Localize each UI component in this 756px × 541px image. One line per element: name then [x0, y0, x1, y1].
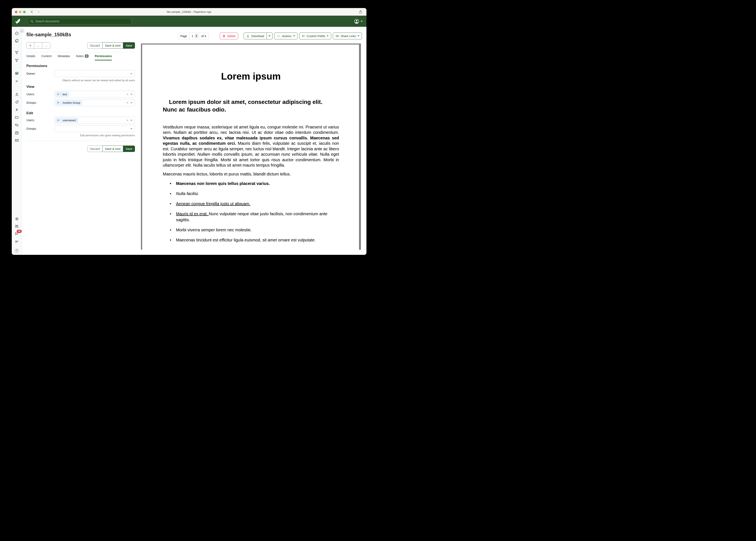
link-icon — [335, 35, 339, 38]
page-title: file-sample_150kBs — [26, 32, 135, 38]
sidebar-item-documents[interactable] — [14, 38, 19, 43]
download-button[interactable]: Download — [244, 33, 267, 39]
delete-button[interactable]: Delete — [220, 33, 238, 39]
minimize-window-button[interactable] — [19, 11, 21, 13]
sidebar-item-open-document[interactable] — [14, 71, 19, 76]
download-icon — [246, 34, 249, 38]
list-with-dots-icon — [15, 123, 19, 127]
save-button[interactable]: Save — [123, 146, 135, 152]
save-next-button[interactable]: Save & next — [102, 146, 123, 152]
save-button[interactable]: Save — [123, 42, 135, 49]
save-next-button[interactable]: Save & next — [102, 42, 123, 49]
list-item: Aenean congue fringilla justo ut aliquam… — [163, 201, 339, 207]
page-number-input[interactable] — [191, 34, 194, 38]
document-subtitle: Lorem ipsum dolor sit amet, consectetur … — [163, 98, 328, 113]
filter-funnel-icon — [15, 59, 19, 62]
edit-heading: Edit — [26, 111, 135, 115]
sidebar-expand-button[interactable]: » — [19, 28, 24, 33]
previous-document-button[interactable]: ← — [34, 42, 42, 49]
view-groups-select[interactable]: ✕Another Group ✕ — [54, 99, 135, 106]
page-label: Page — [178, 33, 189, 39]
tab-content[interactable]: Content — [41, 54, 52, 60]
sidebar-item-dashboard[interactable] — [14, 31, 19, 35]
save-button-group: Discard Save & next Save — [87, 42, 135, 49]
chevron-down-icon — [130, 128, 132, 130]
stepper-up-icon — [196, 35, 197, 36]
clear-select-icon[interactable]: ✕ — [126, 93, 129, 96]
document-title: Lorem ipsum — [163, 71, 339, 82]
app-window: file-sample_150kBs - Paperless-ngx — [12, 8, 366, 255]
view-heading: View — [26, 85, 135, 89]
owner-label: Owner: — [26, 72, 54, 75]
permissions-heading: Permissions — [26, 64, 135, 68]
sidebar-item-workflows[interactable] — [14, 131, 19, 135]
search-icon — [30, 20, 34, 23]
tab-metadata[interactable]: Metadata — [58, 54, 70, 60]
tab-permissions[interactable]: Permissions — [95, 54, 112, 60]
sidebar-item-storage-paths[interactable] — [14, 115, 19, 120]
next-document-button[interactable]: → — [42, 42, 50, 49]
sidebar-item-saved-view-2[interactable] — [14, 58, 19, 63]
remove-chip-icon[interactable]: ✕ — [56, 93, 61, 96]
preview-toolbar: Page of 4 Delete Download — [178, 33, 362, 39]
sidebar-item-tags[interactable] — [14, 100, 19, 104]
chevron-down-icon — [361, 21, 363, 22]
user-menu[interactable] — [354, 19, 363, 24]
custom-fields-button[interactable]: Custom Fields — [299, 33, 331, 39]
chevron-down-icon — [130, 73, 132, 74]
tab-notes[interactable]: Notes5 — [76, 54, 89, 60]
divider — [26, 52, 135, 52]
sidebar-item-help[interactable]: ? — [14, 249, 19, 253]
document-bullet-list: Maecenas non lorem quis tellus placerat … — [163, 181, 339, 243]
list-item: Maecenas tincidunt est efficitur ligula … — [163, 237, 339, 243]
pdf-page: Lorem ipsum Lorem ipsum dolor sit amet, … — [142, 45, 359, 250]
page-navigation: Page of 4 — [178, 33, 209, 39]
sidebar-item-correspondents[interactable] — [14, 92, 19, 97]
list-item: Mauris id ex erat. Nunc vulputate neque … — [163, 211, 339, 223]
sidebar-item-document-types[interactable] — [14, 123, 19, 127]
sidebar-item-settings[interactable] — [14, 217, 19, 221]
share-icon[interactable] — [359, 10, 362, 14]
chevron-down-icon — [358, 35, 359, 37]
page-stepper[interactable] — [195, 34, 198, 38]
close-window-button[interactable] — [15, 11, 17, 13]
clear-select-icon[interactable]: ✕ — [126, 119, 129, 122]
clear-select-icon[interactable]: ✕ — [126, 101, 129, 104]
custom-fields-icon — [302, 34, 305, 38]
view-users-label: Users: — [26, 93, 54, 96]
actions-button[interactable]: ⋯ Actions — [274, 33, 298, 39]
close-document-button[interactable]: ✕ — [26, 42, 34, 49]
sidebar: # 16 ? — [12, 27, 22, 255]
sidebar-item-close-all[interactable] — [14, 79, 19, 84]
search-input[interactable] — [35, 20, 129, 23]
page-count-label: of 4 — [199, 33, 208, 39]
remove-chip-icon[interactable]: ✕ — [56, 101, 61, 104]
download-options-button[interactable] — [267, 33, 273, 39]
sidebar-item-custom-fields[interactable]: # — [14, 108, 19, 112]
browser-forward-icon[interactable] — [37, 10, 40, 13]
browser-back-icon[interactable] — [30, 10, 34, 13]
page-number-field — [189, 33, 199, 39]
owner-select[interactable] — [54, 70, 135, 77]
hash-icon: # — [16, 108, 18, 112]
download-split-button: Download — [244, 33, 272, 39]
discard-button[interactable]: Discard — [87, 146, 102, 152]
folder-icon — [15, 116, 19, 119]
chevron-down-icon — [130, 102, 132, 104]
pdf-preview-frame[interactable]: Lorem ipsum Lorem ipsum dolor sit amet, … — [141, 44, 361, 250]
discard-button[interactable]: Discard — [87, 42, 102, 49]
share-links-button[interactable]: Share Links — [333, 33, 362, 39]
remove-chip-icon[interactable]: ✕ — [56, 119, 61, 122]
sidebar-item-logs[interactable] — [14, 240, 19, 244]
selected-chip: ✕username2 — [56, 118, 78, 123]
edit-users-select[interactable]: ✕username2 ✕ — [54, 117, 135, 124]
edit-groups-select[interactable] — [54, 125, 135, 132]
sidebar-item-mail[interactable] — [14, 138, 19, 143]
zoom-window-button[interactable] — [23, 11, 26, 13]
stepper-down-icon — [196, 36, 197, 37]
sidebar-item-saved-view-1[interactable] — [14, 50, 19, 55]
tab-details[interactable]: Details — [26, 54, 35, 60]
sidebar-item-users-groups[interactable] — [14, 224, 19, 229]
search-bar[interactable] — [28, 18, 131, 25]
view-users-select[interactable]: ✕test ✕ — [54, 91, 135, 98]
